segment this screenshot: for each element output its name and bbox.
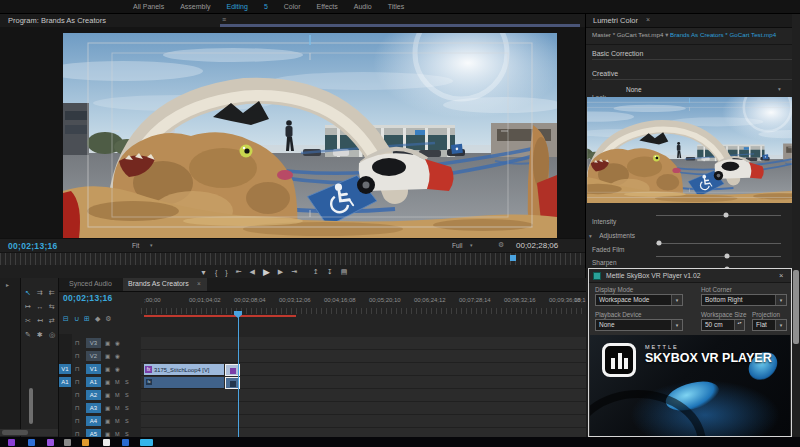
track-select-backward-tool[interactable]: ⇇ — [46, 287, 58, 298]
track-label-a2[interactable]: A2 — [86, 390, 101, 400]
app-icon-3[interactable] — [47, 439, 54, 446]
lift-button[interactable]: ↥ — [313, 268, 319, 276]
playback-device-select[interactable]: None▾ — [595, 319, 683, 331]
hand-tool[interactable]: ✱ — [34, 329, 46, 340]
tab-synced-audio[interactable]: Synced Audio — [69, 280, 112, 287]
program-current-time[interactable]: 00;02;13;16 — [8, 241, 58, 251]
lock-icon[interactable]: ⊓ — [75, 416, 80, 426]
mute-button[interactable]: M — [115, 403, 120, 413]
lumetri-sequence-clip[interactable]: Brands As Creators * GoCart Test.mp4 — [670, 31, 776, 38]
selection-tool[interactable]: ↖ — [22, 287, 34, 298]
timeline-ruler[interactable]: ;00;00 00;01;04;02 00;02;08;04 00;03;12;… — [141, 292, 586, 318]
track-label-a3[interactable]: A3 — [86, 403, 101, 413]
program-playhead-handle[interactable] — [510, 255, 516, 261]
lock-icon[interactable]: ⊓ — [75, 377, 80, 387]
solo-button[interactable]: S — [125, 416, 129, 426]
track-output-eye-icon[interactable]: ◉ — [115, 364, 120, 374]
app-icon-1[interactable] — [8, 439, 15, 446]
panel-caret-icon[interactable]: ▸ — [6, 281, 9, 288]
slip-tool[interactable]: ↤ — [34, 315, 46, 326]
lumetri-close-icon[interactable]: × — [646, 16, 650, 23]
app-icon-2[interactable] — [28, 439, 35, 446]
solo-button[interactable]: S — [125, 377, 129, 387]
sync-lock-icon[interactable]: ▣ — [105, 403, 110, 413]
stepper-arrows-icon[interactable]: ▴▾ — [734, 320, 744, 330]
lumetri-tab[interactable]: Lumetri Color — [593, 16, 638, 25]
vr-title-bar[interactable]: Mettle SkyBox VR Player v1.02 × — [589, 269, 791, 283]
lock-icon[interactable]: ⊓ — [75, 390, 80, 400]
track-label-a1[interactable]: A1 — [86, 377, 101, 387]
app-icon-7[interactable] — [122, 439, 129, 446]
zoom-level-select[interactable]: Fit — [132, 242, 139, 249]
play-button[interactable]: ▶ — [263, 267, 270, 277]
timeline-current-time[interactable]: 00;02;13;16 — [63, 293, 113, 303]
sync-lock-icon[interactable]: ▣ — [105, 377, 110, 387]
workspace-audio[interactable]: Audio — [354, 3, 372, 10]
right-panel-scrollbar-thumb[interactable] — [793, 270, 799, 344]
rate-stretch-tool[interactable]: ⇆ — [46, 301, 58, 312]
workspace-effects[interactable]: Effects — [317, 3, 338, 10]
insert-overwrite-icon[interactable]: ⊟ — [63, 315, 69, 323]
source-patch-a1[interactable]: A1 — [59, 377, 71, 387]
source-patch-v1[interactable]: V1 — [59, 364, 71, 374]
project-hscrollbar-track[interactable] — [0, 429, 58, 436]
look-value-select[interactable]: None — [626, 86, 642, 93]
mute-button[interactable]: M — [115, 416, 120, 426]
track-output-eye-icon[interactable]: ◉ — [115, 351, 120, 361]
vr-close-icon[interactable]: × — [779, 271, 783, 280]
app-icon-8[interactable] — [140, 439, 153, 446]
workspace-color[interactable]: Color — [284, 3, 301, 10]
app-icon-4[interactable] — [64, 439, 71, 446]
program-mini-timeline[interactable] — [0, 252, 585, 265]
section-creative[interactable]: Creative — [592, 70, 792, 80]
lumetri-master-clip[interactable]: Master * GoCart Test.mp4 — [592, 31, 663, 38]
tab-close-icon[interactable]: × — [197, 280, 201, 287]
sync-lock-icon[interactable]: ▣ — [105, 338, 110, 348]
ripple-edit-tool[interactable]: ↦ — [22, 301, 34, 312]
solo-button[interactable]: S — [125, 403, 129, 413]
settings-wrench-icon[interactable]: ⚙ — [498, 241, 504, 249]
track-label-a4[interactable]: A4 — [86, 416, 101, 426]
sync-lock-icon[interactable]: ▣ — [105, 364, 110, 374]
step-back-button[interactable]: ◀ — [250, 268, 255, 276]
workspace-assembly[interactable]: Assembly — [180, 3, 210, 10]
razor-tool[interactable]: ✂ — [22, 315, 34, 326]
slide-tool[interactable]: ⇄ — [46, 315, 58, 326]
display-mode-select[interactable]: Workspace Mode▾ — [595, 294, 683, 306]
tools-scrollbar-thumb[interactable] — [29, 388, 33, 424]
lock-icon[interactable]: ⊓ — [75, 351, 80, 361]
sync-lock-icon[interactable]: ▣ — [105, 416, 110, 426]
add-marker-icon[interactable]: ◆ — [95, 315, 100, 323]
mark-in-button[interactable]: { — [215, 269, 217, 276]
workspace-editing[interactable]: Editing — [226, 3, 247, 10]
mute-button[interactable]: M — [115, 377, 120, 387]
mute-button[interactable]: M — [115, 390, 120, 400]
workspace-all-panels[interactable]: All Panels — [133, 3, 164, 10]
program-video-area[interactable] — [0, 27, 585, 238]
app-icon-5[interactable] — [82, 439, 89, 446]
zoom-tool[interactable]: ◎ — [46, 329, 58, 340]
mark-out-button[interactable]: } — [225, 269, 227, 276]
playback-resolution-select[interactable]: Full — [452, 242, 462, 249]
timeline-playhead-line[interactable] — [238, 316, 239, 447]
intensity-slider[interactable] — [656, 210, 781, 220]
step-forward-button[interactable]: ▶ — [278, 268, 283, 276]
lock-icon[interactable]: ⊓ — [75, 338, 80, 348]
track-output-eye-icon[interactable]: ◉ — [115, 338, 120, 348]
sync-lock-icon[interactable]: ▣ — [105, 351, 110, 361]
audio-clip[interactable]: fx — [144, 377, 224, 388]
track-label-v3[interactable]: V3 — [86, 338, 101, 348]
right-panel-scrollbar-track[interactable] — [792, 14, 800, 437]
app-icon-6[interactable] — [103, 439, 110, 446]
timeline-settings-icon[interactable]: ⚙ — [105, 315, 111, 323]
solo-button[interactable]: S — [125, 390, 129, 400]
add-marker-button[interactable]: ▼ — [200, 269, 207, 276]
rolling-edit-tool[interactable]: ↔ — [34, 301, 46, 312]
lock-icon[interactable]: ⊓ — [75, 364, 80, 374]
track-label-v1[interactable]: V1 — [86, 364, 101, 374]
projection-select[interactable]: Flat▾ — [752, 319, 787, 331]
snap-icon[interactable]: ∪ — [74, 315, 79, 323]
export-frame-button[interactable]: ▤ — [341, 268, 348, 276]
faded-film-slider[interactable] — [656, 238, 781, 248]
project-hscrollbar-thumb[interactable] — [2, 430, 28, 435]
